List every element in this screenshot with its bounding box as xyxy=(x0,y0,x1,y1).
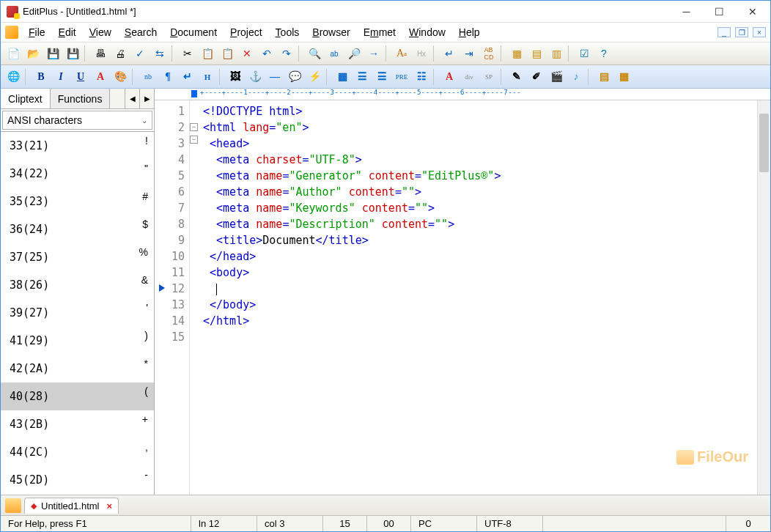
close-button[interactable]: ✕ xyxy=(736,1,769,22)
edit2-icon[interactable]: ✐ xyxy=(527,67,546,86)
char-row[interactable]: 45(2D)- xyxy=(1,466,154,494)
tab-functions[interactable]: Functions xyxy=(51,89,111,108)
settings-icon[interactable]: ☑ xyxy=(575,44,594,63)
form-icon[interactable]: ☰ xyxy=(353,67,372,86)
menu-emmet[interactable]: Emmet xyxy=(358,25,402,40)
folder-icon[interactable] xyxy=(5,498,21,513)
paste-icon[interactable]: 📋 xyxy=(218,44,237,63)
editor[interactable]: 123456789101112131415 −− <!DOCTYPE html>… xyxy=(155,100,757,495)
span-button[interactable]: SP xyxy=(479,67,498,86)
scrollbar-thumb[interactable] xyxy=(759,114,769,172)
window1-icon[interactable]: ▦ xyxy=(507,44,526,63)
titlebar[interactable]: EditPlus - [Untitled1.html *] ─ ☐ ✕ xyxy=(1,1,770,23)
font-icon[interactable]: Aa xyxy=(392,44,411,63)
tab-close-icon[interactable]: × xyxy=(106,500,112,511)
underline-button[interactable]: U xyxy=(71,67,90,86)
minimize-button[interactable]: ─ xyxy=(670,1,703,22)
menu-view[interactable]: View xyxy=(84,25,117,40)
find-icon[interactable]: 🔍 xyxy=(305,44,324,63)
char-row[interactable]: 34(22)" xyxy=(1,160,154,188)
status-encoding[interactable]: UTF-8 xyxy=(477,516,543,531)
char-row[interactable]: 42(2A)* xyxy=(1,355,154,383)
colorpicker-icon[interactable]: 🎨 xyxy=(111,67,130,86)
audio-icon[interactable]: ♪ xyxy=(567,67,586,86)
help-icon[interactable]: ? xyxy=(594,44,613,63)
undo-icon[interactable]: ↶ xyxy=(257,44,276,63)
menu-document[interactable]: Document xyxy=(164,25,223,40)
div-button[interactable]: div xyxy=(460,67,479,86)
char-row[interactable]: 37(25)% xyxy=(1,243,154,271)
fold-toggle[interactable]: − xyxy=(190,123,198,131)
menu-file[interactable]: File xyxy=(23,25,51,40)
table-icon[interactable]: ▦ xyxy=(333,67,352,86)
save-all-icon[interactable]: 💾 xyxy=(63,44,82,63)
toggle-icon[interactable]: ⇆ xyxy=(150,44,169,63)
char-list[interactable]: 33(21)!34(22)"35(23)#36(24)$37(25)%38(26… xyxy=(1,131,154,495)
sidebar-next-button[interactable]: ▶ xyxy=(139,89,154,108)
save-icon[interactable]: 💾 xyxy=(43,44,62,63)
comment-icon[interactable]: 💬 xyxy=(285,67,304,86)
find-in-files-icon[interactable]: 🔎 xyxy=(344,44,364,63)
menu-search[interactable]: Search xyxy=(119,25,163,40)
char-row[interactable]: 33(21)! xyxy=(1,132,154,160)
heading-button[interactable]: H xyxy=(198,67,217,86)
open-file-icon[interactable]: 📂 xyxy=(23,44,43,63)
vertical-scrollbar[interactable] xyxy=(757,100,770,495)
break-button[interactable]: ↵ xyxy=(178,67,197,86)
mdi-close-button[interactable]: × xyxy=(753,27,766,37)
menu-window[interactable]: Window xyxy=(403,25,451,40)
maximize-button[interactable]: ☐ xyxy=(703,1,736,22)
menu-project[interactable]: Project xyxy=(224,25,268,40)
image-icon[interactable]: 🖼 xyxy=(226,67,245,86)
menu-edit[interactable]: Edit xyxy=(53,25,82,40)
window2-icon[interactable]: ▤ xyxy=(527,44,546,63)
script-icon[interactable]: ⚡ xyxy=(305,67,324,86)
anchor-icon[interactable]: ⚓ xyxy=(246,67,265,86)
print-preview-icon[interactable]: 🖨 xyxy=(111,44,130,63)
status-mode[interactable]: PC xyxy=(411,516,477,531)
replace-icon[interactable]: ab xyxy=(325,44,344,63)
cliptext-dropdown[interactable]: ANSI characters ⌄ xyxy=(2,111,152,130)
char-row[interactable]: 35(23)# xyxy=(1,188,154,215)
delete-icon[interactable]: ✕ xyxy=(237,44,257,63)
hr-icon[interactable]: — xyxy=(265,67,284,86)
char-row[interactable]: 38(26)& xyxy=(1,271,154,299)
char-row[interactable]: 41(29)) xyxy=(1,327,154,355)
italic-button[interactable]: I xyxy=(51,67,70,86)
goto-icon[interactable]: → xyxy=(364,44,383,63)
list-icon[interactable]: ☷ xyxy=(412,67,431,86)
char-row[interactable]: 44(2C), xyxy=(1,438,154,466)
tab-cliptext[interactable]: Cliptext xyxy=(1,89,51,108)
align-icon[interactable]: ☰ xyxy=(372,67,391,86)
fold-toggle[interactable]: − xyxy=(190,136,198,144)
new-file-icon[interactable]: 📄 xyxy=(4,44,23,63)
char-row[interactable]: 43(2B)+ xyxy=(1,410,154,438)
globe-icon[interactable]: 🌐 xyxy=(4,67,23,86)
redo-icon[interactable]: ↷ xyxy=(277,44,296,63)
char-row[interactable]: 36(24)$ xyxy=(1,215,154,243)
para-button[interactable]: ¶ xyxy=(158,67,177,86)
bold-button[interactable]: B xyxy=(32,67,51,86)
template2-icon[interactable]: ▦ xyxy=(614,67,633,86)
cut-icon[interactable]: ✂ xyxy=(178,44,197,63)
window3-icon[interactable]: ▥ xyxy=(547,44,566,63)
char-row[interactable]: 40(28)( xyxy=(1,383,154,410)
fontcolor-button[interactable]: A xyxy=(91,67,110,86)
spellcheck-icon[interactable]: ✓ xyxy=(130,44,150,63)
mdi-minimize-button[interactable]: _ xyxy=(717,27,731,37)
mdi-restore-button[interactable]: ❐ xyxy=(735,27,748,37)
hex-icon[interactable]: Hx xyxy=(412,44,431,63)
copy-icon[interactable]: 📋 xyxy=(198,44,217,63)
print-icon[interactable]: 🖶 xyxy=(91,44,110,63)
wordwrap-icon[interactable]: ↵ xyxy=(440,44,459,63)
nbsp-button[interactable]: nb xyxy=(139,67,158,86)
edit1-icon[interactable]: ✎ xyxy=(507,67,526,86)
menu-browser[interactable]: Browser xyxy=(306,25,355,40)
video-icon[interactable]: 🎬 xyxy=(547,67,566,86)
sidebar-prev-button[interactable]: ◀ xyxy=(125,89,139,108)
code-content[interactable]: <!DOCTYPE html><html lang="en"> <head> <… xyxy=(200,100,757,495)
menu-help[interactable]: Help xyxy=(453,25,486,40)
css-bold-icon[interactable]: A xyxy=(440,67,459,86)
char-row[interactable]: 39(27)' xyxy=(1,299,154,327)
charset-icon[interactable]: ABCD xyxy=(479,44,498,63)
